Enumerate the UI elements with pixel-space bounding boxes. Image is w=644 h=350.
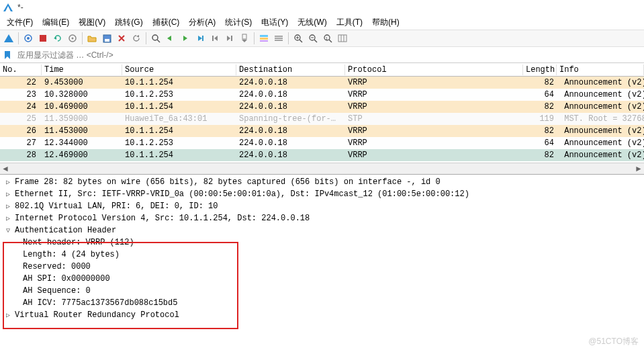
tree-ah-length[interactable]: Length: 4 (24 bytes) — [0, 249, 644, 261]
toolbar-separator — [254, 32, 255, 44]
restart-capture-icon[interactable] — [50, 31, 65, 46]
menu-go[interactable]: 跳转(G) — [111, 16, 146, 29]
menu-file[interactable]: 文件(F) — [3, 16, 37, 29]
svg-line-13 — [157, 40, 160, 42]
go-forward-icon[interactable] — [178, 31, 193, 46]
go-first-icon[interactable] — [208, 31, 222, 46]
options-icon[interactable] — [271, 31, 286, 46]
zoom-in-icon[interactable] — [291, 31, 306, 46]
open-file-icon[interactable] — [85, 31, 99, 46]
expand-icon[interactable]: ▷ — [4, 214, 12, 222]
svg-marker-23 — [242, 40, 247, 42]
display-filter-bar — [0, 47, 644, 63]
tree-ah-spi[interactable]: AH SPI: 0x00000000 — [0, 273, 644, 285]
packet-row[interactable]: 2511.359000HuaweiTe_6a:43:01Spanning-tre… — [0, 113, 644, 125]
svg-rect-26 — [260, 40, 268, 42]
collapse-icon[interactable]: ▽ — [4, 226, 12, 234]
toolbar-separator — [18, 32, 19, 44]
tree-ah-next[interactable]: Next header: VRRP (112) — [0, 236, 644, 249]
col-header-destination[interactable]: Destination — [236, 64, 345, 75]
menu-help[interactable]: 帮助(H) — [368, 16, 404, 29]
col-header-protocol[interactable]: Protocol — [345, 64, 523, 75]
menu-telephony[interactable]: 电话(Y) — [257, 16, 292, 29]
col-header-length[interactable]: Length — [523, 64, 557, 75]
window-title: *- — [17, 3, 24, 12]
svg-point-4 — [27, 37, 30, 40]
svg-point-8 — [72, 38, 74, 40]
svg-rect-40 — [338, 35, 347, 42]
packet-list-body[interactable]: 229.45300010.1.1.254224.0.0.18VRRP82 Ann… — [0, 77, 644, 161]
menu-analyze[interactable]: 分析(A) — [185, 16, 220, 29]
capture-options-icon[interactable] — [65, 31, 80, 46]
tree-ah-seq[interactable]: AH Sequence: 0 — [0, 285, 644, 297]
tree-ah-header[interactable]: ▽Authentication Header — [0, 224, 644, 236]
app-logo-icon[interactable] — [1, 31, 16, 46]
col-header-source[interactable]: Source — [122, 64, 236, 75]
svg-marker-14 — [167, 36, 171, 41]
zoom-out-icon[interactable] — [306, 31, 320, 46]
expand-icon[interactable]: ▷ — [4, 311, 12, 319]
find-icon[interactable] — [148, 31, 163, 46]
menu-capture[interactable]: 捕获(C) — [148, 16, 184, 29]
svg-rect-25 — [260, 38, 268, 40]
tree-ethernet[interactable]: ▷Ethernet II, Src: IETF-VRRP-VRID_0a (00… — [0, 188, 644, 200]
filter-bookmark-icon[interactable] — [0, 50, 15, 60]
packet-list-pane: No. Time Source Destination Protocol Len… — [0, 63, 644, 163]
close-file-icon[interactable] — [114, 31, 129, 46]
packet-row[interactable]: 2812.46900010.1.1.254224.0.0.18VRRP82 An… — [0, 149, 644, 161]
menu-statistics[interactable]: 统计(S) — [221, 16, 256, 29]
tree-ah-icv[interactable]: AH ICV: 7775ac1373567db088c15bd5 — [0, 297, 644, 309]
auto-scroll-icon[interactable] — [237, 31, 252, 46]
col-header-info[interactable]: Info — [557, 64, 644, 75]
packet-row[interactable]: 2611.45300010.1.1.254224.0.0.18VRRP82 An… — [0, 125, 644, 137]
svg-marker-16 — [198, 36, 202, 41]
expand-icon[interactable]: ▷ — [4, 202, 12, 210]
display-filter-input[interactable] — [15, 49, 644, 61]
tree-ah-reserved[interactable]: Reserved: 0000 — [0, 261, 644, 273]
save-file-icon[interactable] — [99, 31, 114, 46]
toolbar-separator — [288, 32, 289, 44]
packet-details-pane[interactable]: ▷Frame 28: 82 bytes on wire (656 bits), … — [0, 174, 644, 325]
colorize-icon[interactable] — [257, 31, 271, 46]
col-header-time[interactable]: Time — [42, 64, 122, 75]
svg-marker-19 — [214, 36, 218, 41]
scroll-right-icon[interactable]: ► — [635, 164, 643, 173]
toolbar-separator — [82, 32, 83, 44]
packet-row[interactable]: 2410.46900010.1.1.254224.0.0.18VRRP82 An… — [0, 101, 644, 113]
tree-vrrp[interactable]: ▷Virtual Router Redundancy Protocol — [0, 309, 644, 321]
svg-marker-20 — [227, 36, 230, 41]
svg-marker-15 — [183, 36, 187, 41]
svg-rect-21 — [231, 36, 232, 41]
stop-capture-icon[interactable] — [36, 31, 50, 46]
tree-vlan[interactable]: ▷802.1Q Virtual LAN, PRI: 6, DEI: 0, ID:… — [0, 200, 644, 212]
tree-ip[interactable]: ▷Internet Protocol Version 4, Src: 10.1.… — [0, 212, 644, 224]
toolbar-separator — [146, 32, 146, 44]
svg-marker-11 — [136, 35, 139, 38]
menu-tools[interactable]: 工具(T) — [332, 16, 367, 29]
main-toolbar: 1 — [0, 30, 644, 47]
svg-rect-24 — [260, 35, 268, 37]
packet-row[interactable]: 2310.32800010.1.2.253224.0.0.18VRRP64 An… — [0, 89, 644, 101]
go-last-icon[interactable] — [222, 31, 237, 46]
packet-row[interactable]: 229.45300010.1.1.254224.0.0.18VRRP82 Ann… — [0, 77, 644, 89]
col-header-no[interactable]: No. — [0, 64, 42, 75]
app-icon — [3, 2, 13, 13]
expand-icon[interactable]: ▷ — [4, 190, 12, 198]
menu-view[interactable]: 视图(V) — [75, 16, 109, 29]
window-title-bar: *- — [0, 0, 644, 15]
svg-text:1: 1 — [326, 36, 328, 40]
svg-marker-2 — [4, 34, 13, 42]
tree-frame[interactable]: ▷Frame 28: 82 bytes on wire (656 bits), … — [0, 176, 644, 188]
jump-to-icon[interactable] — [193, 31, 208, 46]
go-back-icon[interactable] — [163, 31, 178, 46]
menu-edit[interactable]: 编辑(E) — [38, 16, 73, 29]
scroll-left-icon[interactable]: ◄ — [1, 164, 9, 173]
horizontal-scrollbar[interactable]: ◄ ► — [0, 163, 644, 174]
reload-icon[interactable] — [129, 31, 144, 46]
expand-icon[interactable]: ▷ — [4, 178, 12, 186]
menu-wireless[interactable]: 无线(W) — [293, 16, 330, 29]
packet-row[interactable]: 2712.34400010.1.2.253224.0.0.18VRRP64 An… — [0, 137, 644, 149]
zoom-reset-icon[interactable]: 1 — [320, 31, 335, 46]
start-capture-icon[interactable] — [21, 31, 36, 46]
resize-columns-icon[interactable] — [335, 31, 350, 46]
